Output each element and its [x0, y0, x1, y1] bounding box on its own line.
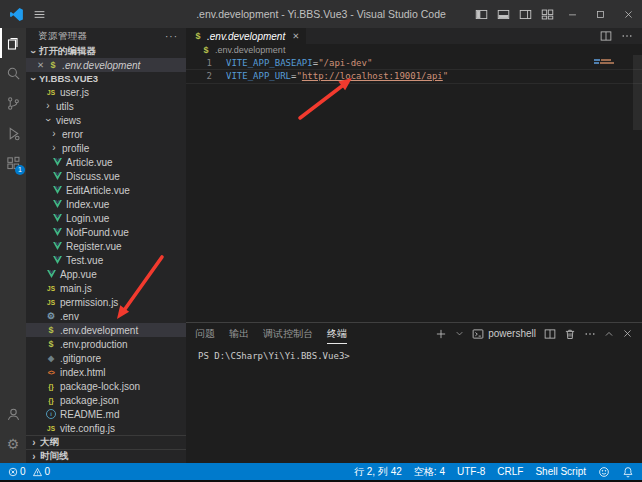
- tree-item-gitignore[interactable]: ◆.gitignore: [26, 351, 186, 365]
- problems-status[interactable]: 0 0: [8, 466, 50, 477]
- sidebar-more-actions[interactable]: ···: [165, 31, 178, 42]
- activity-item-source-control[interactable]: [0, 88, 26, 118]
- editor-scrollbar[interactable]: [633, 55, 642, 130]
- gear-file-icon: ⚙: [46, 311, 56, 321]
- status-item-utf-8[interactable]: UTF-8: [457, 466, 485, 477]
- account-icon: [6, 407, 21, 422]
- panel-tab-[interactable]: 调试控制台: [263, 323, 313, 344]
- file-label: Register.vue: [66, 241, 122, 252]
- tab-close-icon[interactable]: ✕: [292, 31, 299, 41]
- tree-item-app-vue[interactable]: App.vue: [26, 267, 186, 281]
- file-label: Login.vue: [66, 213, 109, 224]
- tree-item-views[interactable]: ›views: [26, 113, 186, 127]
- window-control-close-icon[interactable]: [614, 0, 642, 28]
- activity-item-extensions[interactable]: 1: [0, 148, 26, 178]
- open-editors-header[interactable]: › 打开的编辑器: [26, 45, 186, 58]
- tab-env-development[interactable]: $ .env.development ✕: [186, 28, 306, 44]
- status-bell-icon[interactable]: [622, 466, 634, 478]
- activity-item-account[interactable]: [0, 399, 26, 429]
- status-item-crlf[interactable]: CRLF: [497, 466, 523, 477]
- tree-item-package-lock-json[interactable]: {}package-lock.json: [26, 379, 186, 393]
- tree-item-package-json[interactable]: {}package.json: [26, 393, 186, 407]
- ellipsis-icon[interactable]: [621, 30, 633, 42]
- status-item-4[interactable]: 空格: 4: [414, 465, 445, 479]
- tree-item-env-production[interactable]: $.env.production: [26, 337, 186, 351]
- window-control-customize-layout-icon[interactable]: [536, 0, 558, 28]
- tree-item-user-js[interactable]: JSuser.js: [26, 85, 186, 99]
- panel-tab-[interactable]: 问题: [195, 323, 215, 344]
- trash-icon[interactable]: [564, 328, 576, 340]
- window-control-layout-sidebar-right-icon[interactable]: [514, 0, 536, 28]
- feedback-icon: [598, 466, 610, 478]
- tree-item-env-development[interactable]: $.env.development: [26, 323, 186, 337]
- window-control-maximize-icon[interactable]: [586, 0, 614, 28]
- window-control-minimize-icon[interactable]: [558, 0, 586, 28]
- tree-item-utils[interactable]: ›utils: [26, 99, 186, 113]
- tree-item-notfound-vue[interactable]: NotFound.vue: [26, 225, 186, 239]
- chevron-expanded-icon: ›: [28, 75, 38, 83]
- activity-item-run-debug[interactable]: [0, 118, 26, 148]
- shell-label: powershell: [488, 328, 536, 339]
- tree-item-article-vue[interactable]: Article.vue: [26, 155, 186, 169]
- js-file-icon: JS: [46, 285, 56, 292]
- dollar-file-icon: $: [46, 339, 56, 349]
- split-terminal-icon[interactable]: [544, 328, 556, 340]
- file-label: index.html: [60, 367, 106, 378]
- tree-item-main-js[interactable]: JSmain.js: [26, 281, 186, 295]
- status-item-shell-script[interactable]: Shell Script: [535, 466, 586, 477]
- status-feedback-icon[interactable]: [598, 466, 610, 478]
- tab-bar: $ .env.development ✕: [186, 28, 642, 44]
- panel-tabs-container: 问题输出调试控制台终端: [195, 323, 361, 344]
- source-control-icon: [6, 96, 21, 111]
- minimap[interactable]: [594, 59, 628, 65]
- activity-item-search[interactable]: [0, 58, 26, 88]
- tree-item-editarticle-vue[interactable]: EditArticle.vue: [26, 183, 186, 197]
- layout-panel-icon: [497, 8, 510, 21]
- tree-item-register-vue[interactable]: Register.vue: [26, 239, 186, 253]
- window-control-layout-sidebar-icon[interactable]: [470, 0, 492, 28]
- tree-item-login-vue[interactable]: Login.vue: [26, 211, 186, 225]
- tree-item-discuss-vue[interactable]: Discuss.vue: [26, 169, 186, 183]
- chevron-expanded-icon: ›: [43, 116, 53, 124]
- panel-tab-[interactable]: 输出: [229, 323, 249, 344]
- tree-item-index-html[interactable]: <>index.html: [26, 365, 186, 379]
- chevron-down-icon[interactable]: [455, 329, 464, 338]
- tree-item-env[interactable]: ⚙.env: [26, 309, 186, 323]
- split-editor-icon[interactable]: [600, 30, 612, 42]
- code-editor[interactable]: 1VITE_APP_BASEAPI="/api-dev" 2VITE_APP_U…: [186, 55, 642, 322]
- extensions-badge: 1: [15, 165, 25, 175]
- terminal-shell-selector[interactable]: powershell: [472, 328, 536, 340]
- open-editor-item[interactable]: ✕ $ .env.development: [26, 58, 186, 72]
- file-label: .env.development: [60, 325, 138, 336]
- tree-item-test-vue[interactable]: Test.vue: [26, 253, 186, 267]
- file-label: .env.production: [60, 339, 128, 350]
- tree-item-readme-md[interactable]: iREADME.md: [26, 407, 186, 421]
- sidebar-section-outline[interactable]: › 大纲: [26, 435, 186, 449]
- vue-file-icon: [46, 270, 56, 278]
- url-link[interactable]: http://localhost:19001/api: [302, 70, 443, 83]
- activity-item-files[interactable]: [0, 28, 26, 58]
- tree-item-profile[interactable]: ›profile: [26, 141, 186, 155]
- breadcrumb[interactable]: $ .env.development: [186, 44, 642, 55]
- activity-item-settings-gear[interactable]: ⚙: [0, 429, 26, 459]
- code-line-1[interactable]: 1VITE_APP_BASEAPI="/api-dev": [186, 57, 642, 70]
- add-terminal-icon[interactable]: [435, 328, 447, 340]
- tree-item-error[interactable]: ›error: [26, 127, 186, 141]
- status-item-2-42[interactable]: 行 2, 列 42: [354, 465, 402, 479]
- chevron-up-icon[interactable]: [604, 329, 614, 339]
- sidebar-section-timeline[interactable]: › 时间线: [26, 449, 186, 463]
- tree-item-vite-config-js[interactable]: JSvite.config.js: [26, 421, 186, 435]
- tree-item-permission-js[interactable]: JSpermission.js: [26, 295, 186, 309]
- close-icon[interactable]: ✕: [37, 60, 44, 70]
- project-root-header[interactable]: › YI.BBS.VUE3: [26, 72, 186, 85]
- terminal-view[interactable]: PS D:\CSharp\Yi\Yi.BBS.Vue3>: [186, 344, 642, 463]
- code-line-2[interactable]: 2VITE_APP_URL="http://localhost:19001/ap…: [186, 70, 642, 83]
- window-control-layout-panel-icon[interactable]: [492, 0, 514, 28]
- line-number: 2: [186, 70, 212, 83]
- ellipsis-icon[interactable]: [584, 328, 596, 340]
- close-icon[interactable]: [622, 328, 633, 339]
- vue-file-icon: [52, 186, 62, 194]
- panel-tab-[interactable]: 终端: [327, 323, 347, 344]
- tree-item-index-vue[interactable]: Index.vue: [26, 197, 186, 211]
- menu-icon[interactable]: [33, 8, 46, 21]
